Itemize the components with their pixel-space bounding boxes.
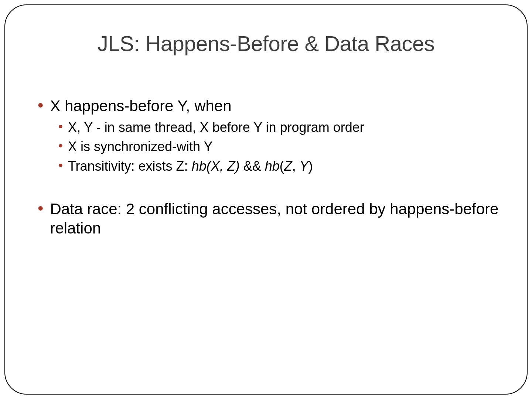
text-fragment: && (240, 158, 265, 174)
text-fragment: ) (308, 158, 313, 174)
text-fragment: , (292, 158, 300, 174)
bullet-dot-icon: • (58, 160, 63, 171)
spacer (38, 177, 501, 200)
bullet-level2: • Transitivity: exists Z: hb(X, Z) && hb… (58, 158, 501, 175)
bullet-dot-icon: • (38, 99, 43, 112)
bullet-level2: • X is synchronized-with Y (58, 138, 501, 156)
slide-title: JLS: Happens-Before & Data Races (31, 31, 501, 56)
bullet-dot-icon: • (58, 121, 63, 132)
text-fragment: Transitivity: exists Z: (68, 158, 192, 174)
bullet-text: X, Y - in same thread, X before Y in pro… (68, 119, 364, 136)
slide-frame: JLS: Happens-Before & Data Races • X hap… (4, 4, 528, 395)
bullet-level2: • X, Y - in same thread, X before Y in p… (58, 119, 501, 136)
bullet-dot-icon: • (58, 140, 63, 151)
italic-text: hb (265, 158, 280, 174)
bullet-level1: • Data race: 2 conflicting accesses, not… (38, 200, 501, 238)
text-fragment: ( (280, 158, 284, 174)
bullet-text: X happens-before Y, when (50, 96, 231, 116)
bullet-level1: • X happens-before Y, when (38, 96, 501, 116)
italic-text: Z (284, 158, 292, 174)
italic-text: hb(X, Z) (192, 158, 240, 174)
bullet-dot-icon: • (38, 202, 43, 215)
italic-text: Y (300, 158, 308, 174)
bullet-text: Transitivity: exists Z: hb(X, Z) && hb(Z… (68, 158, 313, 175)
bullet-text: Data race: 2 conflicting accesses, not o… (50, 200, 501, 238)
bullet-text: X is synchronized-with Y (68, 138, 213, 156)
slide-content: • X happens-before Y, when • X, Y - in s… (31, 96, 501, 238)
